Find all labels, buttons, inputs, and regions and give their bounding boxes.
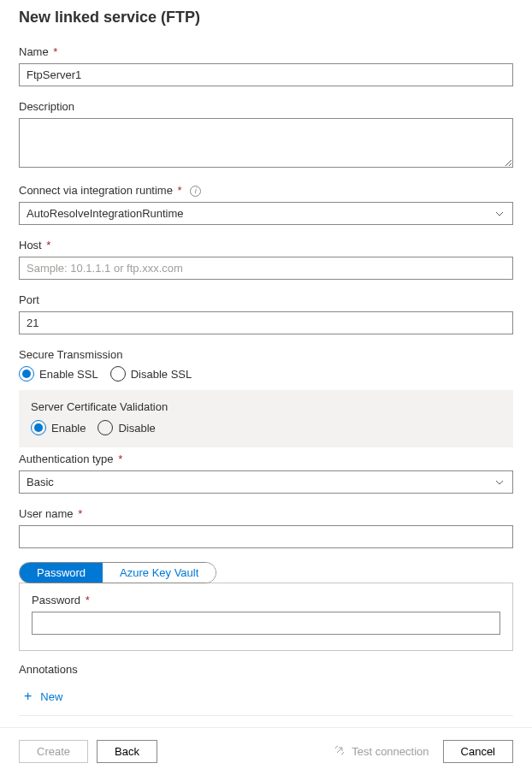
radio-circle-icon	[19, 366, 34, 382]
certificate-validation-panel: Server Certificate Validation Enable Dis…	[19, 390, 513, 447]
username-input[interactable]	[19, 525, 513, 548]
username-field-group: User name *	[19, 507, 513, 548]
description-label: Description	[19, 100, 513, 113]
connection-icon	[334, 744, 346, 759]
host-field-group: Host *	[19, 239, 513, 280]
auth-type-dropdown[interactable]: Basic	[19, 470, 513, 494]
auth-type-label: Authentication type *	[19, 453, 513, 465]
host-label: Host *	[19, 239, 513, 251]
chevron-down-icon	[495, 478, 504, 487]
name-label: Name *	[19, 45, 513, 58]
password-box: Password *	[19, 583, 513, 651]
plus-icon: +	[24, 689, 32, 703]
page-title: New linked service (FTP)	[19, 9, 513, 27]
back-button[interactable]: Back	[97, 740, 157, 763]
secure-transmission-label: Secure Transmission	[19, 348, 513, 361]
cert-enable-radio[interactable]: Enable	[31, 420, 86, 435]
info-icon[interactable]	[190, 186, 201, 197]
password-section: Password Azure Key Vault Password *	[19, 562, 513, 651]
cancel-button[interactable]: Cancel	[443, 740, 513, 763]
password-source-tabs: Password Azure Key Vault	[19, 562, 216, 583]
runtime-field-group: Connect via integration runtime * AutoRe…	[19, 184, 513, 225]
description-textarea[interactable]	[19, 118, 513, 168]
password-label: Password *	[32, 594, 500, 606]
radio-circle-icon	[31, 420, 46, 435]
create-button[interactable]: Create	[19, 740, 88, 763]
port-input[interactable]	[19, 311, 513, 334]
username-label: User name *	[19, 507, 513, 520]
host-input[interactable]	[19, 257, 513, 280]
name-field-group: Name *	[19, 45, 513, 86]
port-label: Port	[19, 293, 513, 306]
description-field-group: Description	[19, 100, 513, 170]
add-annotation-button[interactable]: + New	[19, 686, 68, 707]
runtime-dropdown[interactable]: AutoResolveIntegrationRuntime	[19, 202, 513, 225]
enable-ssl-radio[interactable]: Enable SSL	[19, 366, 98, 382]
azure-key-vault-tab[interactable]: Azure Key Vault	[103, 563, 216, 583]
runtime-label: Connect via integration runtime *	[19, 184, 513, 197]
port-field-group: Port	[19, 293, 513, 334]
certificate-validation-label: Server Certificate Validation	[31, 400, 501, 413]
chevron-down-icon	[495, 210, 504, 218]
cert-disable-radio[interactable]: Disable	[98, 420, 155, 435]
secure-transmission-group: Secure Transmission Enable SSL Disable S…	[19, 348, 513, 447]
password-tab[interactable]: Password	[20, 563, 103, 583]
radio-circle-icon	[110, 366, 126, 382]
radio-circle-icon	[98, 420, 113, 435]
footer-bar: Create Back Test connection Cancel	[0, 727, 532, 775]
password-input[interactable]	[32, 612, 500, 635]
disable-ssl-radio[interactable]: Disable SSL	[110, 366, 192, 382]
name-input[interactable]	[19, 63, 513, 86]
test-connection-button[interactable]: Test connection	[328, 741, 434, 762]
auth-type-group: Authentication type * Basic	[19, 453, 513, 494]
annotations-group: Annotations + New	[19, 663, 513, 707]
annotations-label: Annotations	[19, 663, 513, 676]
